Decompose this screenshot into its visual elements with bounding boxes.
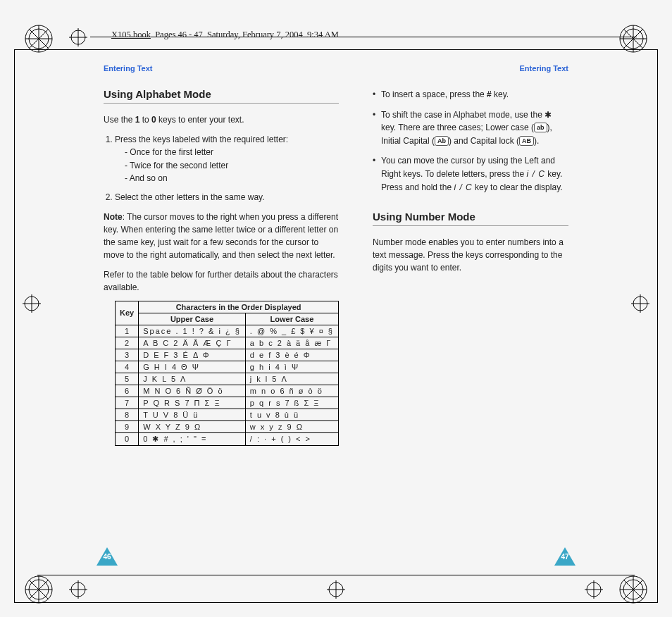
file-date: Saturday, February 7, 2004 — [207, 30, 303, 39]
cell-key: 8 — [116, 409, 139, 420]
cell-upper: Space . 1 ! ? & i ¿ § — [139, 325, 246, 337]
cell-upper: P Q R S 7 Π Σ Ξ — [139, 397, 246, 409]
table-row: 2A B C 2 Ä Å Æ Ç Γa b c 2 à ä å æ Γ — [116, 337, 339, 349]
th-upper: Upper Case — [139, 313, 246, 325]
cell-lower: j k l 5 Λ — [245, 373, 338, 385]
bullet-case: To shift the case in Alphabet mode, use … — [373, 108, 568, 148]
table-row: 9W X Y Z 9 Ωw x y z 9 Ω — [116, 420, 339, 432]
characters-table: Key Characters in the Order Displayed Up… — [115, 301, 339, 446]
cell-key: 9 — [116, 420, 139, 432]
cell-lower: a b c 2 à ä å æ Γ — [245, 337, 338, 349]
page-frame: Entering Text Using Alphabet Mode Use th… — [14, 49, 658, 603]
cell-upper: J K L 5 Λ — [139, 373, 246, 385]
running-head: Entering Text — [373, 64, 568, 73]
star-key-icon: ✱ — [545, 110, 552, 120]
th-lower: Lower Case — [245, 313, 338, 325]
intro-text: Use the 1 to 0 keys to enter your text. — [104, 113, 339, 126]
table-row: 00 ✱ # , ; ' " =/ : · + ( ) < > — [116, 432, 339, 445]
cell-upper: 0 ✱ # , ; ' " = — [139, 432, 246, 445]
hash-key-icon: # — [487, 89, 492, 99]
cell-key: 2 — [116, 337, 139, 349]
step-1c: - And so on — [125, 172, 339, 185]
cell-lower: d e f 3 è é Φ — [245, 349, 338, 361]
step-1b: - Twice for the second letter — [125, 159, 339, 173]
table-row: 4G H I 4 Θ Ψg h i 4 ì Ψ — [116, 361, 339, 373]
cell-key: 3 — [116, 349, 139, 361]
table-intro: Refer to the table below for further det… — [104, 268, 339, 294]
table-row: 8T U V 8 Ü üt u v 8 ù ü — [116, 409, 339, 420]
page-number: 47 — [554, 553, 575, 561]
cell-key: 1 — [116, 325, 139, 337]
running-head: Entering Text — [104, 64, 339, 73]
page-number: 46 — [97, 553, 118, 561]
file-name: X105.book — [111, 30, 151, 39]
cell-upper: D E F 3 É Δ Φ — [139, 349, 246, 361]
cell-key: 5 — [116, 373, 139, 385]
cell-lower: g h i 4 ì Ψ — [245, 361, 338, 373]
cell-lower: / : · + ( ) < > — [245, 432, 338, 445]
capslock-icon: AB — [519, 136, 534, 146]
cell-upper: G H I 4 Θ Ψ — [139, 361, 246, 373]
cell-key: 0 — [116, 432, 139, 445]
bullet-cursor: You can move the cursor by using the Lef… — [373, 154, 568, 194]
cell-upper: T U V 8 Ü ü — [139, 409, 246, 420]
page-left: Entering Text Using Alphabet Mode Use th… — [104, 64, 339, 553]
header-strip: X105.book Pages 46 - 47 Saturday, Februa… — [14, 25, 658, 49]
file-time: 9:34 AM — [307, 30, 339, 39]
cell-key: 7 — [116, 397, 139, 409]
cell-key: 6 — [116, 385, 139, 397]
number-mode-text: Number mode enables you to enter numbers… — [373, 236, 568, 274]
table-row: 6M N O 6 Ñ Ø Ö öm n o 6 ñ ø ò ö — [116, 385, 339, 397]
note: Note: The cursor moves to the right when… — [104, 211, 339, 261]
step-1: Press the keys labeled with the required… — [115, 133, 339, 185]
initialcap-icon: Ab — [435, 136, 449, 146]
cell-lower: t u v 8 ù ü — [245, 409, 338, 420]
cell-lower: w x y z 9 Ω — [245, 420, 338, 432]
table-row: 3D E F 3 É Δ Φd e f 3 è é Φ — [116, 349, 339, 361]
page-right: Entering Text To insert a space, press t… — [373, 64, 568, 553]
page-number-badge: 46 — [97, 547, 118, 566]
th-key: Key — [116, 301, 139, 325]
cell-key: 4 — [116, 361, 139, 373]
heading-alphabet-mode: Using Alphabet Mode — [104, 88, 339, 104]
cell-lower: m n o 6 ñ ø ò ö — [245, 385, 338, 397]
step-2: Select the other letters in the same way… — [115, 191, 339, 204]
cell-upper: A B C 2 Ä Å Æ Ç Γ — [139, 337, 246, 349]
table-row: 1Space . 1 ! ? & i ¿ §. @ % _ £ $ ¥ ¤ § — [116, 325, 339, 337]
cell-lower: p q r s 7 ß Σ Ξ — [245, 397, 338, 409]
page-number-badge: 47 — [554, 547, 575, 566]
th-group: Characters in the Order Displayed — [139, 301, 339, 313]
table-row: 7P Q R S 7 Π Σ Ξp q r s 7 ß Σ Ξ — [116, 397, 339, 409]
table-row: 5J K L 5 Λj k l 5 Λ — [116, 373, 339, 385]
cell-upper: W X Y Z 9 Ω — [139, 420, 246, 432]
heading-number-mode: Using Number Mode — [373, 211, 568, 226]
bullet-space: To insert a space, press the # key. — [373, 88, 568, 101]
cell-lower: . @ % _ £ $ ¥ ¤ § — [245, 325, 338, 337]
file-header: X105.book Pages 46 - 47 Saturday, Februa… — [111, 30, 339, 40]
footer-rule — [37, 575, 635, 575]
step-1a: - Once for the first letter — [125, 146, 339, 159]
clear-key-icon: i / C — [527, 169, 545, 179]
cell-upper: M N O 6 Ñ Ø Ö ö — [139, 385, 246, 397]
lowercase-icon: ab — [534, 123, 547, 132]
clear-key-icon: i / C — [454, 182, 472, 192]
file-pages: Pages 46 - 47 — [155, 30, 203, 39]
